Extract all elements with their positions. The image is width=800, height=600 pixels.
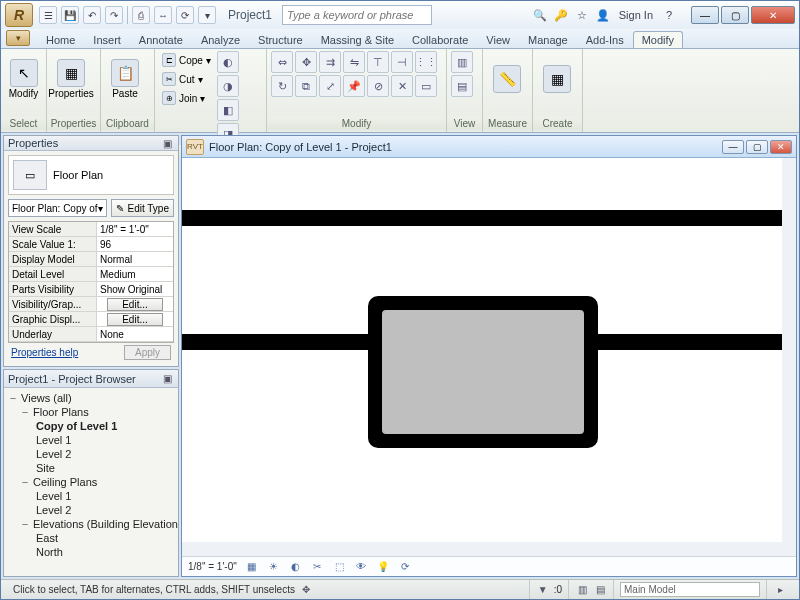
- split-icon[interactable]: ⊣: [391, 51, 413, 73]
- filter-icon[interactable]: ▼: [536, 583, 550, 597]
- open-icon[interactable]: ☰: [39, 6, 57, 24]
- property-value[interactable]: Show Original: [97, 282, 173, 296]
- move-icon[interactable]: ✥: [295, 51, 317, 73]
- unpin-icon[interactable]: ⊘: [367, 75, 389, 97]
- shadows-icon[interactable]: ◐: [288, 559, 303, 574]
- tab-analyze[interactable]: Analyze: [192, 31, 249, 48]
- measure-button[interactable]: 📏: [487, 51, 527, 107]
- measure-icon[interactable]: ↔: [154, 6, 172, 24]
- group-icon[interactable]: ▭: [415, 75, 437, 97]
- properties-help-link[interactable]: Properties help: [11, 347, 78, 358]
- maximize-button[interactable]: ▢: [721, 6, 749, 24]
- property-value[interactable]: 96: [97, 237, 173, 251]
- user-icon[interactable]: 👤: [594, 6, 612, 24]
- cut-button[interactable]: ✂Cut ▾: [159, 70, 214, 88]
- property-value[interactable]: None: [97, 327, 173, 341]
- property-row[interactable]: View Scale1/8" = 1'-0": [9, 222, 173, 237]
- redo-icon[interactable]: ↷: [105, 6, 123, 24]
- tree-twisty-icon[interactable]: −: [8, 392, 18, 404]
- hide-icon[interactable]: 👁: [354, 559, 369, 574]
- type-selector[interactable]: ▭ Floor Plan: [8, 155, 174, 195]
- palette-close-icon[interactable]: ▣: [160, 373, 174, 384]
- design-options-icon[interactable]: ▸: [773, 583, 787, 597]
- scale-icon[interactable]: ⤢: [319, 75, 341, 97]
- help-icon[interactable]: ?: [660, 6, 678, 24]
- property-value[interactable]: Medium: [97, 267, 173, 281]
- room-element[interactable]: [368, 296, 598, 448]
- tab-collaborate[interactable]: Collaborate: [403, 31, 477, 48]
- wall-element[interactable]: [182, 210, 782, 226]
- tab-annotate[interactable]: Annotate: [130, 31, 192, 48]
- minimize-button[interactable]: —: [691, 6, 719, 24]
- sync-icon[interactable]: ⟳: [176, 6, 194, 24]
- property-value[interactable]: Edit...: [97, 297, 173, 311]
- doc-close-button[interactable]: ✕: [770, 140, 792, 154]
- paste-button[interactable]: 📋Paste: [105, 51, 145, 107]
- tree-item[interactable]: Level 2: [8, 447, 174, 461]
- tab-manage[interactable]: Manage: [519, 31, 577, 48]
- trim-icon[interactable]: ⊤: [367, 51, 389, 73]
- tree-item[interactable]: − Floor Plans: [8, 405, 174, 419]
- tab-add-ins[interactable]: Add-Ins: [577, 31, 633, 48]
- tab-home[interactable]: Home: [37, 31, 84, 48]
- reveal-icon[interactable]: 💡: [376, 559, 391, 574]
- worksharing-icon[interactable]: ⟳: [398, 559, 413, 574]
- tree-item[interactable]: Level 1: [8, 489, 174, 503]
- property-value[interactable]: Normal: [97, 252, 173, 266]
- offset-icon[interactable]: ⇉: [319, 51, 341, 73]
- sun-path-icon[interactable]: ☀: [266, 559, 281, 574]
- pin-icon[interactable]: 📌: [343, 75, 365, 97]
- tab-structure[interactable]: Structure: [249, 31, 312, 48]
- apply-button[interactable]: Apply: [124, 345, 171, 360]
- print-icon[interactable]: ⎙: [132, 6, 150, 24]
- property-row[interactable]: Scale Value 1:96: [9, 237, 173, 252]
- tree-item[interactable]: North: [8, 545, 174, 559]
- property-row[interactable]: Graphic Displ...Edit...: [9, 312, 173, 327]
- tree-item[interactable]: Level 1: [8, 433, 174, 447]
- tree-item[interactable]: − Ceiling Plans: [8, 475, 174, 489]
- tree-item[interactable]: − Views (all): [8, 391, 174, 405]
- mirror-icon[interactable]: ⇋: [343, 51, 365, 73]
- properties-button[interactable]: ▦Properties: [51, 51, 91, 107]
- sign-in-link[interactable]: Sign In: [619, 9, 653, 21]
- key-icon[interactable]: 🔑: [552, 6, 570, 24]
- tab-insert[interactable]: Insert: [84, 31, 130, 48]
- tree-item[interactable]: Site: [8, 461, 174, 475]
- close-button[interactable]: ✕: [751, 6, 795, 24]
- copy-icon[interactable]: ⧉: [295, 75, 317, 97]
- tree-twisty-icon[interactable]: −: [20, 406, 30, 418]
- main-model-input[interactable]: [620, 582, 760, 597]
- star-icon[interactable]: ☆: [573, 6, 591, 24]
- cope-button[interactable]: ⊏Cope ▾: [159, 51, 214, 69]
- property-row[interactable]: Detail LevelMedium: [9, 267, 173, 282]
- model-graphics-icon[interactable]: ▦: [244, 559, 259, 574]
- tab-modify[interactable]: Modify: [633, 31, 683, 48]
- delete-icon[interactable]: ✕: [391, 75, 413, 97]
- doc-minimize-button[interactable]: —: [722, 140, 744, 154]
- tree-twisty-icon[interactable]: −: [20, 476, 30, 488]
- property-row[interactable]: Display ModelNormal: [9, 252, 173, 267]
- crop-region-icon[interactable]: ⬚: [332, 559, 347, 574]
- geom-tool-icon[interactable]: ◧: [217, 99, 239, 121]
- scale-display[interactable]: 1/8" = 1'-0": [188, 561, 237, 572]
- tree-item[interactable]: East: [8, 531, 174, 545]
- tree-item[interactable]: Level 2: [8, 503, 174, 517]
- palette-close-icon[interactable]: ▣: [160, 138, 174, 149]
- geom-tool-icon[interactable]: ◐: [217, 51, 239, 73]
- undo-icon[interactable]: ↶: [83, 6, 101, 24]
- geom-tool-icon[interactable]: ◑: [217, 75, 239, 97]
- tree-item[interactable]: Copy of Level 1: [8, 419, 174, 433]
- array-icon[interactable]: ⋮⋮: [415, 51, 437, 73]
- app-menu-dropdown[interactable]: ▾: [6, 30, 30, 46]
- qat-dropdown-icon[interactable]: ▾: [198, 6, 216, 24]
- view-show-icon[interactable]: ▤: [451, 75, 473, 97]
- property-row[interactable]: Parts VisibilityShow Original: [9, 282, 173, 297]
- rotate-icon[interactable]: ↻: [271, 75, 293, 97]
- tree-twisty-icon[interactable]: −: [20, 518, 30, 530]
- doc-maximize-button[interactable]: ▢: [746, 140, 768, 154]
- drawing-canvas[interactable]: [182, 158, 796, 556]
- edit-type-button[interactable]: ✎Edit Type: [111, 199, 174, 217]
- property-row[interactable]: UnderlayNone: [9, 327, 173, 342]
- align-icon[interactable]: ⇔: [271, 51, 293, 73]
- instance-selector[interactable]: Floor Plan: Copy of▾: [8, 199, 107, 217]
